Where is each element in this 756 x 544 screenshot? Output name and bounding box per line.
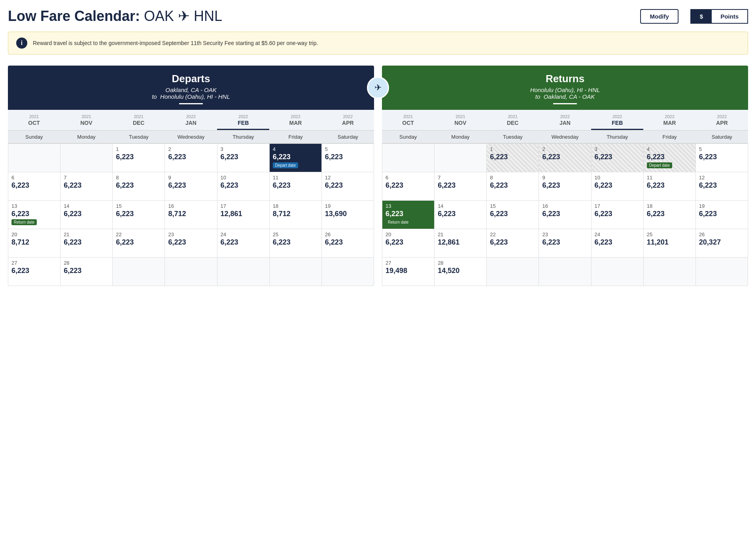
cal-cell[interactable]: 136,223Return date: [8, 201, 60, 229]
cell-day: 4: [273, 146, 318, 152]
cell-day: 14: [64, 203, 109, 209]
cal-cell[interactable]: 116,223: [270, 172, 322, 201]
cal-cell[interactable]: 186,223: [644, 201, 696, 229]
cell-day: 24: [221, 232, 266, 237]
cal-cell[interactable]: 126,223: [696, 172, 748, 201]
cell-day: 23: [542, 232, 588, 237]
month-nav-item[interactable]: 2021OCT: [8, 110, 60, 130]
cal-cell[interactable]: 146,223: [60, 201, 113, 229]
month-nav-item[interactable]: 2022FEB: [217, 110, 269, 130]
cell-day: 4: [647, 146, 692, 152]
cal-cell[interactable]: 196,223: [696, 201, 748, 229]
month-nav-item[interactable]: 2022MAR: [269, 110, 321, 130]
cal-cell[interactable]: 226,223: [113, 229, 165, 258]
cal-cell[interactable]: 208,712: [8, 229, 60, 258]
cal-cell[interactable]: 136,223Return date: [382, 201, 435, 229]
cal-cell[interactable]: 226,223: [487, 229, 539, 258]
cal-cell[interactable]: 46,223Depart date: [270, 144, 322, 172]
cal-cell[interactable]: 206,223: [382, 229, 435, 258]
cal-cell[interactable]: 96,223: [165, 172, 217, 201]
month-nav-item[interactable]: 2021OCT: [382, 110, 434, 130]
cal-cell[interactable]: 2719,498: [382, 258, 435, 286]
cal-cell[interactable]: 66,223: [8, 172, 60, 201]
cal-cell[interactable]: 16,223: [113, 144, 165, 172]
cal-cell[interactable]: 236,223: [539, 229, 591, 258]
cal-cell[interactable]: 236,223: [165, 229, 217, 258]
cal-cell[interactable]: 188,712: [270, 201, 322, 229]
cell-price: 6,223: [273, 153, 318, 161]
cal-cell[interactable]: 168,712: [165, 201, 217, 229]
cal-cell[interactable]: 86,223: [487, 172, 539, 201]
dollar-button[interactable]: $: [691, 10, 712, 23]
cal-cell[interactable]: 66,223: [382, 172, 435, 201]
cal-cell[interactable]: 96,223: [539, 172, 591, 201]
cal-cell[interactable]: 86,223: [113, 172, 165, 201]
cal-cell[interactable]: 106,223: [592, 172, 644, 201]
cell-price: 6,223: [699, 210, 745, 218]
cal-cell[interactable]: 176,223: [592, 201, 644, 229]
cal-cell[interactable]: 276,223: [8, 258, 60, 286]
cal-cell[interactable]: 166,223: [539, 201, 591, 229]
cal-cell[interactable]: 76,223: [60, 172, 113, 201]
cal-cell[interactable]: 56,223: [696, 144, 748, 172]
modify-button[interactable]: Modify: [640, 9, 678, 24]
cell-day: 7: [438, 175, 483, 181]
points-button[interactable]: Points: [712, 10, 747, 23]
cell-price: 6,223: [64, 210, 109, 218]
cell-price: 6,223: [325, 238, 370, 247]
cal-cell[interactable]: 106,223: [217, 172, 270, 201]
cal-cell[interactable]: 76,223: [435, 172, 487, 201]
cal-cell[interactable]: 36,223: [217, 144, 270, 172]
month-nav-item[interactable]: 2022JAN: [539, 110, 591, 130]
cal-cell: [696, 258, 748, 286]
cell-day: 6: [386, 175, 431, 181]
month-nav-item[interactable]: 2022APR: [322, 110, 374, 130]
month-nav-item[interactable]: 2022APR: [696, 110, 748, 130]
cal-cell[interactable]: 256,223: [270, 229, 322, 258]
cal-cell[interactable]: 286,223: [60, 258, 113, 286]
cal-cell[interactable]: 156,223: [487, 201, 539, 229]
cal-cell[interactable]: 126,223: [322, 172, 374, 201]
cal-cell[interactable]: 1712,861: [217, 201, 270, 229]
cell-day: 17: [221, 203, 266, 209]
returns-day-headers: SundayMondayTuesdayWednesdayThursdayFrid…: [382, 131, 748, 143]
info-text: Reward travel is subject to the governme…: [33, 40, 318, 46]
cal-cell[interactable]: 266,223: [322, 229, 374, 258]
cell-day: 8: [116, 175, 161, 181]
cell-day: 6: [11, 175, 57, 181]
cal-cell[interactable]: 246,223: [217, 229, 270, 258]
cell-day: 3: [221, 146, 266, 152]
cal-cell[interactable]: 56,223: [322, 144, 374, 172]
cal-cell: 16,223: [487, 144, 539, 172]
info-banner: i Reward travel is subject to the govern…: [8, 32, 748, 55]
cal-cell[interactable]: 2814,520: [435, 258, 487, 286]
day-header: Thursday: [591, 131, 643, 143]
cell-day: 20: [11, 232, 57, 237]
month-nav-item[interactable]: 2022FEB: [591, 110, 643, 130]
month-nav-item[interactable]: 2022MAR: [643, 110, 696, 130]
cal-cell[interactable]: 2112,861: [435, 229, 487, 258]
cal-cell[interactable]: 146,223: [435, 201, 487, 229]
cell-price: 6,223: [116, 153, 161, 161]
cell-price: 12,861: [438, 238, 483, 247]
month-nav-item[interactable]: 2021DEC: [113, 110, 165, 130]
cal-cell[interactable]: 2511,201: [644, 229, 696, 258]
day-header: Thursday: [217, 131, 269, 143]
cal-cell[interactable]: 26,223: [165, 144, 217, 172]
cal-cell[interactable]: 1913,690: [322, 201, 374, 229]
cal-cell[interactable]: 246,223: [592, 229, 644, 258]
cal-cell[interactable]: 116,223: [644, 172, 696, 201]
cell-day: 9: [542, 175, 588, 181]
cal-cell[interactable]: 2620,327: [696, 229, 748, 258]
month-nav-item[interactable]: 2022JAN: [165, 110, 217, 130]
cell-day: 28: [438, 260, 483, 266]
month-nav-item[interactable]: 2021NOV: [60, 110, 112, 130]
page-title: Low Fare Calendar: OAK ✈ HNL: [8, 8, 222, 24]
cal-cell[interactable]: 156,223: [113, 201, 165, 229]
cell-price: 6,223: [325, 153, 370, 161]
cal-cell[interactable]: 216,223: [60, 229, 113, 258]
day-header: Friday: [643, 131, 696, 143]
month-nav-item[interactable]: 2021NOV: [434, 110, 486, 130]
month-nav-item[interactable]: 2021DEC: [487, 110, 539, 130]
cal-cell: [539, 258, 591, 286]
